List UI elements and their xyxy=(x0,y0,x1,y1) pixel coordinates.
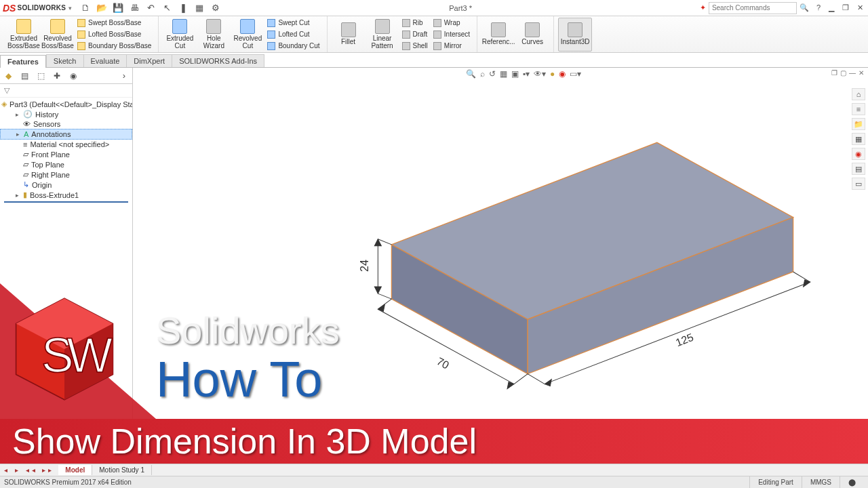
revolved-cut-button[interactable]: Revolved Cut xyxy=(231,18,264,52)
search-icon[interactable]: 🔍 xyxy=(800,3,809,12)
graphics-viewport[interactable]: 🔍 ⌕ ↺ ▦ ▣ ▪▾ 👁▾ ● ◉ ▭▾ ❐ ▢ — ✕ ⌂ ≡ 📁 ▦ ◉… xyxy=(133,68,868,476)
tab-motion-study[interactable]: Motion Study 1 xyxy=(92,465,152,475)
search-input[interactable] xyxy=(709,2,797,14)
label: Draft xyxy=(413,30,428,38)
svg-line-4 xyxy=(793,272,810,282)
tab-dimxpert[interactable]: DimXpert xyxy=(126,54,172,67)
label: Lofted Cut xyxy=(278,30,309,38)
shell-button[interactable]: Shell xyxy=(399,41,431,52)
expand-icon[interactable]: ▸ xyxy=(14,131,21,138)
expand-icon[interactable]: ▸ xyxy=(14,111,20,118)
extruded-cut-button[interactable]: Extruded Cut xyxy=(163,18,197,52)
expand-icon[interactable]: ▸ xyxy=(14,192,20,199)
save-icon[interactable]: 💾 xyxy=(113,3,123,14)
tree-history[interactable]: ▸🕘History xyxy=(0,109,132,119)
label: Material <not specified> xyxy=(30,140,109,148)
panel-tab-icons: ◆ ▤ ⬚ ✚ ◉ › xyxy=(0,68,132,84)
tree-top-plane[interactable]: ▱Top Plane xyxy=(0,159,132,169)
tree-origin[interactable]: ↳Origin xyxy=(0,180,132,190)
tree-sensors[interactable]: 👁Sensors xyxy=(0,119,132,129)
status-mode: Editing Part xyxy=(749,476,802,488)
plane-icon: ▱ xyxy=(23,150,28,159)
wrap-button[interactable]: Wrap xyxy=(431,18,473,28)
close-icon[interactable]: ✕ xyxy=(855,3,865,12)
quick-access-toolbar: 🗋 📂 💾 🖶 ↶ ↖ ❚ ▦ ⚙ xyxy=(80,3,221,14)
history-icon: 🕘 xyxy=(23,110,33,119)
extruded-boss-button[interactable]: Extruded Boss/Base xyxy=(7,18,41,52)
ref-geometry-button[interactable]: Referenc... xyxy=(481,18,515,52)
app-menu-dropdown-icon[interactable]: ▾ xyxy=(68,5,72,12)
label: Wrap xyxy=(444,19,460,26)
title-bar: DS SOLIDWORKS ▾ 🗋 📂 💾 🖶 ↶ ↖ ❚ ▦ ⚙ Part3 … xyxy=(0,0,868,16)
tab-nav-arrows[interactable]: ◂ ▸ ◂◂ ▸▸ xyxy=(0,466,58,474)
print-icon[interactable]: 🖶 xyxy=(129,3,140,14)
help-icon[interactable]: ? xyxy=(814,3,823,12)
workspace: ◆ ▤ ⬚ ✚ ◉ › ▽ ◈ Part3 (Default<<Default>… xyxy=(0,68,868,476)
label: Origin xyxy=(32,181,52,189)
swept-cut-button[interactable]: Swept Cut xyxy=(264,18,322,28)
filter-icon[interactable]: ▽ xyxy=(4,86,9,95)
status-units[interactable]: MMGS xyxy=(802,476,840,488)
revolved-boss-button[interactable]: Revolved Boss/Base xyxy=(41,18,75,52)
boundary-boss-button[interactable]: Boundary Boss/Base xyxy=(75,41,154,52)
tree-material[interactable]: ≡Material <not specified> xyxy=(0,140,132,149)
tree-annotations[interactable]: ▸AAnnotations xyxy=(0,129,132,140)
svg-marker-11 xyxy=(378,304,384,311)
lofted-boss-button[interactable]: Lofted Boss/Base xyxy=(75,29,154,40)
tree-boss-extrude[interactable]: ▸▮Boss-Extrude1 xyxy=(0,190,132,200)
boundary-cut-button[interactable]: Boundary Cut xyxy=(264,41,322,52)
intersect-button[interactable]: Intersect xyxy=(431,29,473,40)
label: Annotations xyxy=(31,130,71,138)
linear-pattern-button[interactable]: Linear Pattern xyxy=(366,18,399,52)
select-icon[interactable]: ↖ xyxy=(161,3,172,14)
plane-icon: ▱ xyxy=(23,160,28,169)
tree-right-plane[interactable]: ▱Right Plane xyxy=(0,169,132,180)
fillet-button[interactable]: Fillet xyxy=(332,18,366,52)
options-icon[interactable]: ▦ xyxy=(194,3,205,14)
sensors-icon: 👁 xyxy=(23,120,31,128)
rebuild-icon[interactable]: ❚ xyxy=(178,3,189,14)
lofted-cut-button[interactable]: Lofted Cut xyxy=(264,29,322,40)
status-extra-icon[interactable]: ⬤ xyxy=(840,476,864,488)
property-mgr-icon[interactable]: ▤ xyxy=(19,70,30,81)
draft-button[interactable]: Draft xyxy=(399,29,431,40)
feature-tree-icon[interactable]: ◆ xyxy=(3,70,14,81)
tab-features[interactable]: Features xyxy=(0,55,46,68)
mirror-button[interactable]: Mirror xyxy=(431,41,473,52)
open-icon[interactable]: 📂 xyxy=(96,3,107,14)
minimize-icon[interactable]: ▁ xyxy=(827,3,836,12)
rib-button[interactable]: Rib xyxy=(399,18,431,28)
tree-front-plane[interactable]: ▱Front Plane xyxy=(0,149,132,159)
tab-sketch[interactable]: Sketch xyxy=(46,54,84,67)
tree-end-marker xyxy=(4,201,128,203)
svg-marker-7 xyxy=(804,280,810,287)
display-mgr-icon[interactable]: ◉ xyxy=(68,70,79,81)
status-edition: SOLIDWORKS Premium 2017 x64 Edition xyxy=(4,479,132,486)
config-mgr-icon[interactable]: ⬚ xyxy=(35,70,46,81)
tree-root[interactable]: ◈ Part3 (Default<<Default>_Display Sta xyxy=(0,99,132,109)
sw-star-icon: ✦ xyxy=(700,3,706,12)
tab-model[interactable]: Model xyxy=(58,465,92,475)
svg-line-9 xyxy=(514,374,528,384)
label: Swept Boss/Base xyxy=(88,19,141,26)
dimxpert-mgr-icon[interactable]: ✚ xyxy=(52,70,62,81)
command-manager-tabs: Features Sketch Evaluate DimXpert SOLIDW… xyxy=(0,53,868,68)
swept-boss-button[interactable]: Swept Boss/Base xyxy=(75,18,154,28)
panel-expand-icon[interactable]: › xyxy=(119,70,130,81)
instant3d-button[interactable]: Instant3D xyxy=(558,18,592,52)
app-logo: DS SOLIDWORKS ▾ xyxy=(3,3,72,14)
svg-marker-17 xyxy=(374,287,381,293)
label: Instant3D xyxy=(561,39,590,46)
restore-icon[interactable]: ❐ xyxy=(840,3,851,12)
model-render: 125 70 24 xyxy=(133,68,868,476)
undo-icon[interactable]: ↶ xyxy=(145,3,156,14)
tab-evaluate[interactable]: Evaluate xyxy=(83,54,127,67)
curves-button[interactable]: Curves xyxy=(515,18,549,52)
hole-wizard-button[interactable]: Hole Wizard xyxy=(197,18,231,52)
new-icon[interactable]: 🗋 xyxy=(80,3,91,14)
label: Revolved Cut xyxy=(231,35,264,49)
part-icon: ◈ xyxy=(1,100,7,108)
label: Swept Cut xyxy=(278,19,309,26)
settings-icon[interactable]: ⚙ xyxy=(210,3,221,14)
tab-addins[interactable]: SOLIDWORKS Add-Ins xyxy=(172,54,264,67)
